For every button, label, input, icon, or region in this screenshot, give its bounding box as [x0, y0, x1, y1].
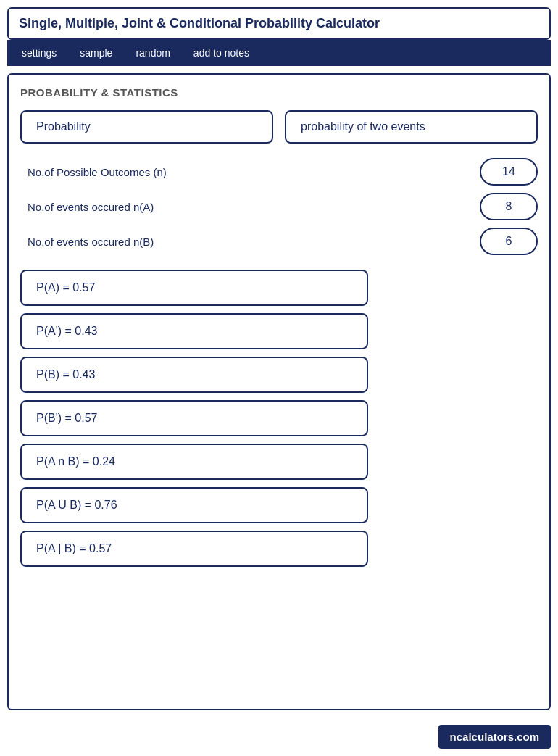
input-row-nB: No.of events occured n(B)6	[28, 228, 538, 255]
nav-item-settings[interactable]: settings	[10, 40, 68, 66]
top-inputs-row: Probability probability of two events	[20, 110, 538, 144]
brand-label: ncalculators.com	[438, 725, 551, 749]
section-title: PROBABILITY & STATISTICS	[20, 86, 538, 99]
result-rows: P(A) = 0.57P(A') = 0.43P(B) = 0.43P(B') …	[20, 270, 538, 567]
input-row-n: No.of Possible Outcomes (n)14	[28, 158, 538, 186]
nav-bar: settingssamplerandomadd to notes	[7, 40, 551, 66]
app-wrapper: Single, Multiple, Joint & Conditional Pr…	[0, 0, 558, 756]
probability-label: Probability	[20, 110, 273, 144]
title-bar: Single, Multiple, Joint & Conditional Pr…	[7, 7, 551, 40]
result-box-3: P(B') = 0.57	[20, 400, 368, 436]
prob-type-label: probability of two events	[285, 110, 538, 144]
result-box-2: P(B) = 0.43	[20, 357, 368, 393]
result-box-4: P(A n B) = 0.24	[20, 444, 368, 480]
input-rows: No.of Possible Outcomes (n)14No.of event…	[20, 158, 538, 255]
nav-item-sample[interactable]: sample	[68, 40, 124, 66]
input-value-nA[interactable]: 8	[480, 193, 538, 220]
nav-item-random[interactable]: random	[124, 40, 181, 66]
input-row-nA: No.of events occured n(A)8	[28, 193, 538, 220]
result-box-1: P(A') = 0.43	[20, 313, 368, 349]
main-card-inner: PROBABILITY & STATISTICS Probability pro…	[20, 86, 538, 567]
main-card: PROBABILITY & STATISTICS Probability pro…	[7, 73, 551, 710]
input-label-n: No.of Possible Outcomes (n)	[28, 165, 465, 180]
input-value-nB[interactable]: 6	[480, 228, 538, 255]
nav-item-add-to-notes[interactable]: add to notes	[182, 40, 261, 66]
input-label-nB: No.of events occured n(B)	[28, 234, 465, 249]
result-box-6: P(A | B) = 0.57	[20, 531, 368, 567]
app-title: Single, Multiple, Joint & Conditional Pr…	[19, 16, 380, 30]
input-value-n[interactable]: 14	[480, 158, 538, 186]
result-box-5: P(A U B) = 0.76	[20, 487, 368, 523]
input-label-nA: No.of events occured n(A)	[28, 199, 465, 215]
result-box-0: P(A) = 0.57	[20, 270, 368, 306]
